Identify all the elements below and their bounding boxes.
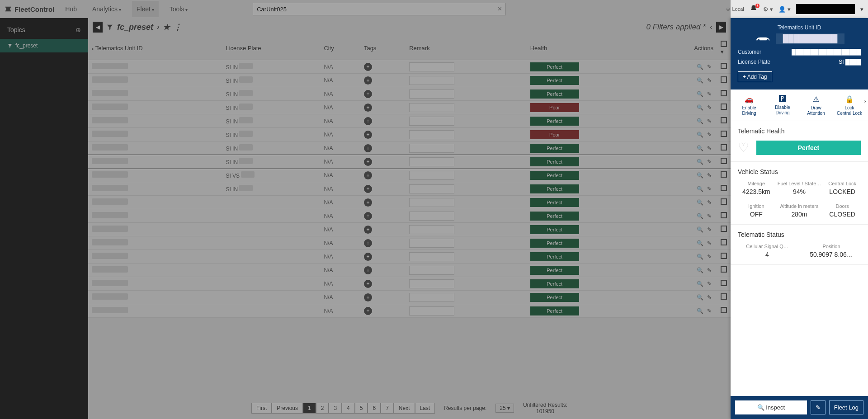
search-clear-icon[interactable]: ✕: [497, 5, 502, 12]
inspect-row-icon[interactable]: 🔍: [697, 186, 703, 192]
add-tag-icon[interactable]: +: [364, 212, 372, 220]
inspect-row-icon[interactable]: 🔍: [697, 77, 703, 84]
edit-row-icon[interactable]: ✎: [707, 77, 712, 84]
edit-row-icon[interactable]: ✎: [707, 240, 712, 246]
edit-row-icon[interactable]: ✎: [707, 213, 712, 219]
select-row-checkbox[interactable]: [721, 253, 727, 259]
select-row-checkbox[interactable]: [721, 226, 727, 232]
inspect-row-icon[interactable]: 🔍: [697, 240, 703, 246]
remark-input[interactable]: [409, 117, 454, 126]
table-row[interactable]: N/A+Perfect🔍✎: [88, 304, 731, 318]
add-tag-icon[interactable]: +: [364, 293, 372, 301]
user-caret-icon[interactable]: ▾: [860, 6, 863, 13]
edit-row-icon[interactable]: ✎: [707, 281, 712, 287]
edit-row-icon[interactable]: ✎: [707, 254, 712, 260]
edit-row-icon[interactable]: ✎: [707, 132, 712, 138]
inspect-row-icon[interactable]: 🔍: [697, 254, 703, 260]
kebab-menu-icon[interactable]: ⋮: [174, 22, 182, 32]
page-1[interactable]: 1: [303, 403, 316, 414]
edit-row-icon[interactable]: ✎: [707, 145, 712, 151]
edit-row-icon[interactable]: ✎: [707, 64, 712, 70]
remark-input[interactable]: [409, 144, 454, 153]
add-tag-icon[interactable]: +: [364, 90, 372, 98]
edit-row-icon[interactable]: ✎: [707, 267, 712, 273]
inspect-row-icon[interactable]: 🔍: [697, 64, 703, 70]
page-6[interactable]: 6: [368, 403, 381, 414]
table-row[interactable]: SI IN N/A+Poor🔍✎: [88, 101, 731, 114]
col-plate[interactable]: License Plate: [222, 36, 320, 60]
edit-row-icon[interactable]: ✎: [707, 91, 712, 97]
select-row-checkbox[interactable]: [721, 131, 727, 137]
edit-row-icon[interactable]: ✎: [707, 226, 712, 233]
inspect-row-icon[interactable]: 🔍: [697, 213, 703, 219]
collapse-right-icon[interactable]: ▶: [716, 22, 726, 33]
select-row-checkbox[interactable]: [721, 104, 727, 110]
alerts-icon[interactable]: !: [750, 5, 758, 14]
inspect-row-icon[interactable]: 🔍: [697, 145, 703, 151]
edit-row-icon[interactable]: ✎: [707, 159, 712, 165]
table-row[interactable]: SI IN N/A+Perfect🔍✎: [88, 182, 731, 196]
inspect-row-icon[interactable]: 🔍: [697, 226, 703, 233]
fleet-log-button[interactable]: Fleet Log: [829, 400, 863, 414]
table-row[interactable]: SI IN N/A+Perfect🔍✎: [88, 155, 731, 169]
select-row-checkbox[interactable]: [721, 198, 727, 205]
settings-icon[interactable]: ⚙ ▾: [763, 6, 774, 13]
col-tags[interactable]: Tags: [360, 36, 406, 60]
remark-input[interactable]: [409, 184, 454, 193]
search-input[interactable]: [253, 3, 506, 15]
select-row-checkbox[interactable]: [721, 293, 727, 300]
remark-input[interactable]: [409, 130, 454, 139]
edit-row-icon[interactable]: ✎: [707, 104, 712, 111]
table-row[interactable]: N/A+Perfect🔍✎: [88, 291, 731, 304]
table-row[interactable]: SI VS N/A+Perfect🔍✎: [88, 169, 731, 182]
remark-input[interactable]: [409, 157, 454, 166]
username-box[interactable]: [796, 4, 855, 14]
filters-status[interactable]: 0 Filters applied * ‹: [646, 23, 712, 32]
select-row-checkbox[interactable]: [721, 307, 727, 313]
select-row-checkbox[interactable]: [721, 280, 727, 286]
page-2[interactable]: 2: [316, 403, 329, 414]
add-tag-icon[interactable]: +: [364, 171, 372, 179]
table-row[interactable]: SI IN N/A+Perfect🔍✎: [88, 141, 731, 155]
inspect-row-icon[interactable]: 🔍: [697, 308, 703, 314]
remark-input[interactable]: [409, 252, 454, 261]
col-health[interactable]: Health: [527, 36, 656, 60]
col-select-all[interactable]: ▾: [717, 36, 731, 60]
add-tag-icon[interactable]: +: [364, 253, 372, 261]
page-5[interactable]: 5: [355, 403, 368, 414]
select-row-checkbox[interactable]: [721, 63, 727, 69]
edit-row-icon[interactable]: ✎: [707, 186, 712, 192]
detail-action[interactable]: ⚠DrawAttention: [802, 95, 830, 116]
inspect-button[interactable]: 🔍 Inspect: [735, 400, 807, 414]
inspect-row-icon[interactable]: 🔍: [697, 172, 703, 179]
select-row-checkbox[interactable]: [721, 266, 727, 273]
add-tag-icon[interactable]: +: [364, 104, 372, 112]
table-row[interactable]: SI IN N/A+Poor🔍✎: [88, 128, 731, 141]
detail-action[interactable]: 🅿DisableDriving: [769, 95, 796, 116]
add-tag-button[interactable]: + Add Tag: [738, 71, 772, 82]
remark-input[interactable]: [409, 103, 454, 112]
edit-row-icon[interactable]: ✎: [707, 199, 712, 206]
col-unit-id[interactable]: Telematics Unit ID: [88, 36, 222, 60]
table-row[interactable]: N/A+Perfect🔍✎: [88, 196, 731, 209]
table-row[interactable]: SI IN N/A+Perfect🔍✎: [88, 74, 731, 87]
edit-row-icon[interactable]: ✎: [707, 172, 712, 179]
select-row-checkbox[interactable]: [721, 239, 727, 245]
add-tag-icon[interactable]: +: [364, 226, 372, 234]
select-row-checkbox[interactable]: [721, 144, 727, 151]
edit-button[interactable]: ✎: [811, 400, 826, 414]
select-row-checkbox[interactable]: [721, 158, 727, 164]
add-tag-icon[interactable]: +: [364, 307, 372, 315]
remark-input[interactable]: [409, 198, 454, 207]
nav-tools[interactable]: Tools: [165, 1, 192, 17]
col-city[interactable]: City: [320, 36, 360, 60]
page-4[interactable]: 4: [342, 403, 355, 414]
nav-analytics[interactable]: Analytics: [88, 1, 126, 17]
inspect-row-icon[interactable]: 🔍: [697, 294, 703, 301]
nav-fleet[interactable]: Fleet: [132, 1, 159, 17]
edit-row-icon[interactable]: ✎: [707, 118, 712, 124]
col-remark[interactable]: Remark: [406, 36, 527, 60]
inspect-row-icon[interactable]: 🔍: [697, 159, 703, 165]
table-row[interactable]: N/A+Perfect🔍✎: [88, 236, 731, 250]
add-tag-icon[interactable]: +: [364, 266, 372, 274]
